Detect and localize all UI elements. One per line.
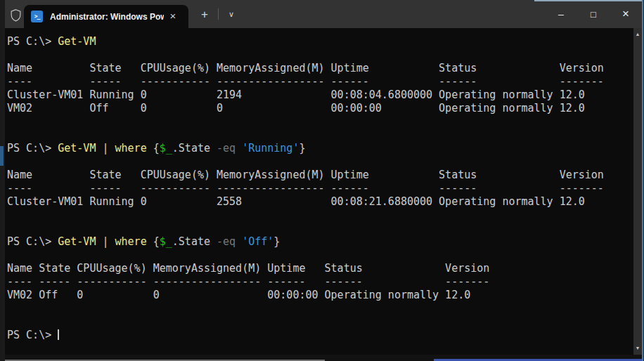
tab-title: Administrator: Windows Powe bbox=[50, 12, 164, 22]
terminal-line bbox=[7, 48, 633, 62]
tab-separator bbox=[218, 8, 219, 20]
tab-dropdown-button[interactable]: ∨ bbox=[221, 6, 241, 24]
terminal-line: VM02 Off 0 0 00:00:00 Operating normally… bbox=[7, 102, 633, 115]
terminal-line bbox=[7, 249, 633, 262]
scrollbar[interactable]: ▲ ▼ bbox=[633, 28, 642, 355]
window-bottom-border bbox=[5, 355, 642, 361]
terminal-output[interactable]: PS C:\> Get-VMName State CPUUsage(%) Mem… bbox=[5, 28, 633, 355]
tab-administrator-powershell[interactable]: >_ Administrator: Windows Powe × bbox=[24, 5, 188, 28]
terminal-line bbox=[7, 115, 633, 129]
powershell-icon: >_ bbox=[31, 11, 43, 22]
new-tab-button[interactable]: + bbox=[193, 6, 216, 24]
left-edge-artifact bbox=[0, 146, 4, 166]
window-left-border bbox=[0, 0, 5, 361]
terminal-line: Cluster-VM01 Running 0 2558 00:08:21.688… bbox=[7, 195, 633, 209]
terminal-line bbox=[7, 155, 633, 169]
text-cursor bbox=[58, 329, 59, 340]
terminal-line: PS C:\> Get-VM | where {$_.State -eq 'Ru… bbox=[7, 142, 633, 155]
terminal-line bbox=[7, 302, 633, 315]
terminal-line: ---- ----- ----------- -----------------… bbox=[7, 75, 633, 88]
terminal-line bbox=[7, 315, 633, 329]
close-button[interactable]: × bbox=[610, 0, 642, 28]
terminal-window: >_ Administrator: Windows Powe × + ∨ – □… bbox=[0, 0, 644, 361]
tab-close-icon[interactable]: × bbox=[165, 9, 181, 25]
terminal-line: Cluster-VM01 Running 0 2194 00:08:04.680… bbox=[7, 88, 633, 102]
minimize-button[interactable]: – bbox=[545, 0, 577, 28]
terminal-line: VM02 Off 0 0 00:00:00 Operating normally… bbox=[7, 289, 633, 302]
terminal-line: Name State CPUUsage(%) MemoryAssigned(M)… bbox=[7, 62, 633, 75]
window-controls: – □ × bbox=[545, 0, 642, 28]
scroll-down-icon[interactable]: ▼ bbox=[633, 343, 642, 353]
terminal-line bbox=[7, 129, 633, 142]
terminal-line bbox=[7, 222, 633, 235]
maximize-button[interactable]: □ bbox=[577, 0, 610, 28]
scroll-up-icon[interactable]: ▲ bbox=[633, 29, 642, 39]
top-edge-artifact bbox=[534, 0, 644, 1]
title-bar: >_ Administrator: Windows Powe × + ∨ – □… bbox=[5, 0, 642, 28]
terminal-line: Name State CPUUsage(%) MemoryAssigned(M)… bbox=[7, 262, 633, 275]
terminal-line: Name State CPUUsage(%) MemoryAssigned(M)… bbox=[7, 169, 633, 182]
terminal-line: ---- ----- ----------- -----------------… bbox=[7, 275, 633, 289]
terminal-line: PS C:\> Get-VM bbox=[7, 35, 633, 48]
terminal-line: PS C:\> bbox=[7, 329, 633, 342]
terminal-line: ---- ----- ----------- -----------------… bbox=[7, 182, 633, 195]
terminal-line bbox=[7, 209, 633, 222]
terminal-line: PS C:\> Get-VM | where {$_.State -eq 'Of… bbox=[7, 235, 633, 249]
admin-shield-icon bbox=[7, 6, 24, 23]
